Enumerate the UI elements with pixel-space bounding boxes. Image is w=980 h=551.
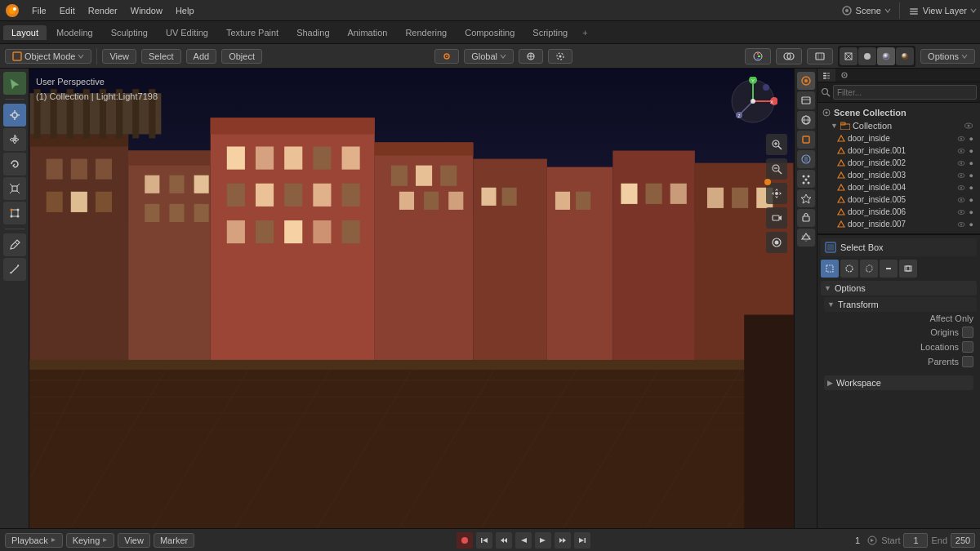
play-reverse-btn[interactable] <box>515 532 532 549</box>
constraints-props-btn[interactable] <box>797 209 815 227</box>
keying-menu-btn[interactable]: Keying <box>66 533 115 548</box>
playback-menu-btn[interactable]: Playback <box>5 533 63 548</box>
view-menu-btn[interactable]: View <box>102 49 136 64</box>
item-eye-icon-3[interactable] <box>957 159 965 167</box>
select-subtract-mode-btn[interactable] <box>880 260 898 278</box>
scene-props-btn[interactable] <box>797 91 815 109</box>
tab-scripting[interactable]: Scripting <box>524 25 576 40</box>
viewport-gizmo-toggle-btn[interactable] <box>745 48 771 64</box>
snap-btn[interactable] <box>519 49 543 64</box>
menu-help[interactable]: Help <box>170 4 200 17</box>
collection-root-item[interactable]: ▼ Collection <box>821 119 977 132</box>
select-tool-btn[interactable] <box>3 72 26 95</box>
scale-tool-btn[interactable] <box>3 177 26 200</box>
particles-props-btn[interactable] <box>797 170 815 188</box>
rotate-tool-btn[interactable] <box>3 153 26 176</box>
active-tool-header[interactable]: Select Box <box>821 238 977 256</box>
collection-item-004[interactable]: door_inside.004 ● <box>821 181 977 193</box>
cursor-tool-btn[interactable] <box>3 104 26 127</box>
select-intersect-mode-btn[interactable] <box>899 260 917 278</box>
menu-render[interactable]: Render <box>82 4 123 17</box>
tab-shading[interactable]: Shading <box>288 25 337 40</box>
view-menu-btn-bottom[interactable]: View <box>118 533 150 548</box>
object-data-btn[interactable] <box>797 72 815 90</box>
xray-btn[interactable] <box>807 48 833 64</box>
overlay-btn[interactable] <box>776 48 802 64</box>
collection-item-002[interactable]: door_inside.002 ● <box>821 157 977 169</box>
tab-modeling[interactable]: Modeling <box>48 25 101 40</box>
item-eye-icon-6[interactable] <box>957 196 965 204</box>
transform-header[interactable]: ▼ Transform <box>824 297 977 312</box>
object-data-props-btn[interactable] <box>797 229 815 247</box>
collection-item-003[interactable]: door_inside.003 ● <box>821 169 977 181</box>
collection-item-001[interactable]: door_inside.001 ● <box>821 144 977 157</box>
select-box-mode-btn[interactable] <box>821 260 839 278</box>
collection-item-005[interactable]: door_inside.005 ● <box>821 193 977 206</box>
options-section-header[interactable]: ▼ Options <box>821 281 977 295</box>
menu-file[interactable]: File <box>26 4 52 17</box>
add-workspace-button[interactable]: + <box>577 26 592 39</box>
properties-tab[interactable] <box>835 69 853 82</box>
shade-rendered-btn[interactable] <box>896 47 914 65</box>
item-eye-icon-7[interactable] <box>957 208 965 216</box>
shade-solid-btn[interactable] <box>858 47 876 65</box>
tab-rendering[interactable]: Rendering <box>397 25 455 40</box>
item-eye-icon-2[interactable] <box>957 147 965 155</box>
add-menu-btn[interactable]: Add <box>186 49 217 64</box>
zoom-in-btn[interactable] <box>766 134 787 155</box>
select-lasso-mode-btn[interactable] <box>860 260 878 278</box>
select-circle-mode-btn[interactable] <box>840 260 858 278</box>
marker-menu-btn[interactable]: Marker <box>154 533 194 548</box>
step-back-btn[interactable] <box>496 532 512 549</box>
transform-pivot-btn[interactable] <box>434 49 459 64</box>
collection-item-007[interactable]: door_inside.007 ● <box>821 218 977 230</box>
outliner-filter-icon[interactable] <box>821 87 831 97</box>
proportional-btn[interactable] <box>548 49 572 64</box>
item-eye-icon-1[interactable] <box>957 135 965 143</box>
camera-view-btn[interactable] <box>766 207 787 229</box>
transform-tool-btn[interactable] <box>3 202 26 224</box>
collection-item-door-inside[interactable]: door_inside ● <box>821 132 977 144</box>
shade-wireframe-btn[interactable] <box>840 47 858 65</box>
locations-checkbox[interactable] <box>962 341 973 353</box>
tab-layout[interactable]: Layout <box>3 25 47 40</box>
render-preview-btn[interactable] <box>766 232 787 253</box>
modifier-props-btn[interactable] <box>797 150 815 168</box>
tab-animation[interactable]: Animation <box>340 25 396 40</box>
skip-to-start-btn[interactable] <box>476 532 492 549</box>
workspace-section-header[interactable]: ▶ Workspace <box>824 375 973 390</box>
tab-sculpting[interactable]: Sculpting <box>103 25 156 40</box>
menu-edit[interactable]: Edit <box>54 4 81 17</box>
collection-eye-icon[interactable] <box>964 121 973 131</box>
zoom-out-btn[interactable] <box>766 158 787 180</box>
options-btn[interactable]: Options <box>920 49 975 64</box>
menu-window[interactable]: Window <box>125 4 168 17</box>
item-eye-icon-4[interactable] <box>957 171 965 180</box>
measure-tool-btn[interactable] <box>3 258 26 281</box>
outliner-filter-input[interactable] <box>833 85 977 100</box>
blender-logo[interactable] <box>3 2 21 20</box>
object-menu-btn[interactable]: Object <box>221 49 262 64</box>
origins-checkbox[interactable] <box>962 327 973 338</box>
object-props-btn[interactable] <box>797 131 815 149</box>
parents-checkbox[interactable] <box>962 356 973 367</box>
start-frame-input[interactable] <box>903 533 928 548</box>
pan-view-btn[interactable] <box>766 183 787 204</box>
tab-compositing[interactable]: Compositing <box>457 25 523 40</box>
play-btn[interactable] <box>535 532 551 549</box>
shade-material-btn[interactable] <box>877 47 895 65</box>
skip-to-end-btn[interactable] <box>574 532 590 549</box>
tab-uv-editing[interactable]: UV Editing <box>158 25 216 40</box>
viewport-3d[interactable]: User Perspective (1) Collection | Light:… <box>29 69 794 528</box>
item-eye-icon-8[interactable] <box>957 220 965 229</box>
step-forward-btn[interactable] <box>555 532 571 549</box>
end-frame-input[interactable] <box>951 533 975 548</box>
viewport-navigation-gizmo[interactable]: X Y Z <box>728 77 777 126</box>
outliner-tab[interactable] <box>817 69 835 82</box>
collection-item-006[interactable]: door_inside.006 ● <box>821 206 977 218</box>
record-btn[interactable] <box>457 532 473 549</box>
select-menu-btn[interactable]: Select <box>141 49 181 64</box>
mode-selector-btn[interactable]: Object Mode <box>5 49 91 64</box>
item-eye-icon-5[interactable] <box>957 184 965 192</box>
physics-props-btn[interactable] <box>797 189 815 207</box>
